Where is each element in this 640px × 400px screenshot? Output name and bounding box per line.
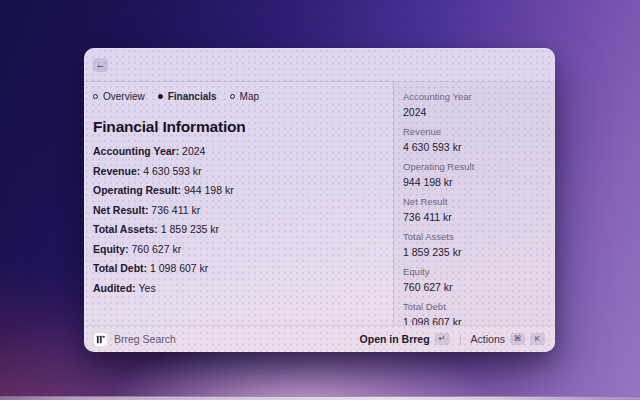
k-key-label: K [535, 335, 540, 343]
metadata-label: Equity [403, 266, 545, 277]
financial-row-value: 736 411 kr [151, 204, 200, 216]
financial-row-value: 2024 [182, 145, 205, 157]
financial-row-label: Revenue [93, 165, 143, 177]
metadata-label: Revenue [403, 126, 545, 137]
financial-row-label: Operating Result [93, 184, 184, 196]
financial-row: Net Result736 411 kr [93, 204, 381, 217]
brreg-logo-icon [94, 333, 107, 346]
radio-selected-icon [158, 94, 163, 99]
open-in-brreg-button[interactable]: Open in Brreg ↵ [360, 333, 450, 345]
tab-label: Map [240, 91, 259, 102]
financial-row-label: Equity [93, 243, 132, 255]
financial-row-label: Net Result [93, 204, 151, 216]
tab-label: Overview [103, 91, 145, 102]
metadata-value: 760 627 kr [403, 281, 545, 293]
radio-unselected-icon [230, 94, 235, 99]
financial-row-value: 1 859 235 kr [161, 223, 219, 235]
back-arrow-icon: ← [96, 60, 106, 70]
metadata-label: Operating Result [403, 161, 545, 172]
command-icon: ⌘ [514, 335, 522, 343]
app-window: ← Overview Financials Map Financial Info… [84, 48, 555, 352]
metadata-item: Total Assets 1 859 235 kr [403, 231, 545, 258]
enter-key-badge: ↵ [435, 333, 450, 345]
metadata-value: 4 630 593 kr [403, 141, 545, 153]
financial-row-label: Audited [93, 282, 139, 294]
financial-rows: Accounting Year2024 Revenue4 630 593 kr … [93, 145, 381, 295]
metadata-item: Revenue 4 630 593 kr [403, 126, 545, 153]
financial-row: Revenue4 630 593 kr [93, 165, 381, 178]
metadata-label: Net Result [403, 196, 545, 207]
metadata-label: Total Assets [403, 231, 545, 242]
cmd-key-badge: ⌘ [510, 333, 525, 345]
metadata-sidebar: Accounting Year 2024 Revenue 4 630 593 k… [394, 82, 555, 325]
actions-label: Actions [471, 333, 505, 345]
window-body: Overview Financials Map Financial Inform… [84, 82, 555, 325]
financial-row: Total Debt1 098 607 kr [93, 262, 381, 275]
metadata-label: Accounting Year [403, 91, 545, 102]
tab-map[interactable]: Map [230, 91, 259, 102]
radio-unselected-icon [93, 94, 98, 99]
metadata-value: 736 411 kr [403, 211, 545, 223]
footer-bar: Brreg Search Open in Brreg ↵ Actions ⌘ K [84, 325, 555, 352]
open-in-brreg-label: Open in Brreg [360, 333, 430, 345]
financial-row: Equity760 627 kr [93, 243, 381, 256]
k-key-badge: K [530, 333, 545, 345]
footer-divider [460, 334, 461, 345]
financial-row-value: 944 198 kr [184, 184, 234, 196]
tab-label: Financials [168, 91, 217, 102]
actions-button[interactable]: Actions ⌘ K [471, 333, 545, 345]
metadata-item: Equity 760 627 kr [403, 266, 545, 293]
financial-row-label: Total Assets [93, 223, 161, 235]
financial-row: Total Assets1 859 235 kr [93, 223, 381, 236]
metadata-item: Net Result 736 411 kr [403, 196, 545, 223]
background-window-edge [0, 396, 640, 400]
window-header: ← [84, 48, 555, 82]
financial-row-value: 4 630 593 kr [143, 165, 201, 177]
metadata-value: 2024 [403, 106, 545, 118]
tab-financials[interactable]: Financials [158, 91, 217, 102]
page-title: Financial Information [93, 118, 381, 136]
financial-row-value: Yes [139, 282, 156, 294]
main-content: Overview Financials Map Financial Inform… [84, 82, 393, 325]
metadata-item: Accounting Year 2024 [403, 91, 545, 118]
financial-row-label: Total Debt [93, 262, 150, 274]
extension-name: Brreg Search [114, 333, 176, 345]
metadata-value: 1 098 607 kr [403, 316, 545, 325]
financial-row: Operating Result944 198 kr [93, 184, 381, 197]
metadata-value: 944 198 kr [403, 176, 545, 188]
metadata-item: Total Debt 1 098 607 kr [403, 301, 545, 325]
metadata-value: 1 859 235 kr [403, 246, 545, 258]
financial-row: Accounting Year2024 [93, 145, 381, 158]
financial-row-value: 760 627 kr [132, 243, 182, 255]
tab-bar: Overview Financials Map [93, 91, 381, 102]
tab-overview[interactable]: Overview [93, 91, 145, 102]
metadata-item: Operating Result 944 198 kr [403, 161, 545, 188]
financial-row-label: Accounting Year [93, 145, 182, 157]
financial-row: AuditedYes [93, 282, 381, 295]
metadata-label: Total Debt [403, 301, 545, 312]
back-button[interactable]: ← [93, 58, 108, 72]
financial-row-value: 1 098 607 kr [150, 262, 208, 274]
return-icon: ↵ [439, 335, 446, 343]
